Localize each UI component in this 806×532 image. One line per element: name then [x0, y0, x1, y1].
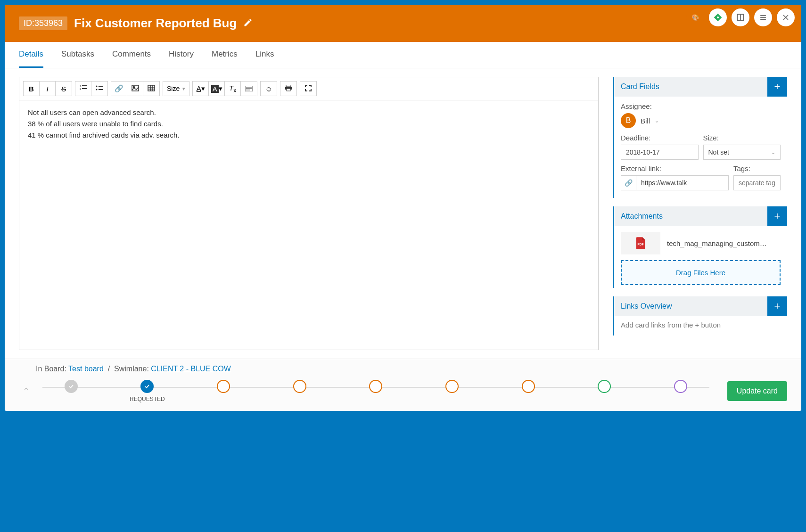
- attachment-item[interactable]: PDF tech_mag_managing_custom…: [621, 232, 781, 254]
- unordered-list-button[interactable]: [91, 82, 107, 96]
- tags-input[interactable]: [733, 175, 781, 190]
- smile-icon: ☺: [265, 85, 272, 93]
- workflow-step[interactable]: [338, 380, 414, 402]
- add-field-button[interactable]: +: [767, 77, 787, 97]
- link-button[interactable]: 🔗: [111, 82, 127, 96]
- strike-icon: S: [61, 85, 66, 93]
- palette-icon: 🎨: [691, 14, 699, 21]
- table-icon: [148, 85, 155, 93]
- deadline-input[interactable]: [621, 145, 699, 160]
- svg-point-12: [96, 85, 98, 87]
- background-color-button[interactable]: A▾: [209, 82, 225, 96]
- editor-content[interactable]: Not all users can open advanced search. …: [19, 100, 598, 350]
- plus-icon: +: [774, 81, 781, 93]
- svg-point-0: [717, 16, 719, 18]
- editor-line: Not all users can open advanced search.: [28, 107, 590, 118]
- svg-text:PDF: PDF: [638, 243, 644, 246]
- rich-text-editor: B I S 12 🔗 Size ▾: [19, 77, 599, 350]
- size-value: Not set: [708, 148, 729, 156]
- card-header: ID:353963 Fix Customer Reported Bug: [5, 5, 801, 42]
- image-icon: [132, 85, 139, 93]
- card-id-badge: ID:353963: [19, 16, 67, 30]
- tab-links[interactable]: Links: [255, 42, 274, 68]
- svg-text:2: 2: [80, 88, 82, 90]
- in-board-label: In Board:: [36, 365, 66, 373]
- workflow-step[interactable]: [185, 380, 262, 402]
- tab-details[interactable]: Details: [19, 42, 43, 68]
- workflow-prev-button[interactable]: ⌃: [19, 386, 33, 396]
- workflow-step[interactable]: [262, 380, 338, 402]
- close-button[interactable]: [777, 8, 795, 26]
- edit-title-icon[interactable]: [243, 18, 253, 29]
- workflow-step-requested[interactable]: REQUESTED: [109, 380, 186, 402]
- svg-rect-29: [287, 89, 290, 91]
- ordered-list-icon: 12: [80, 85, 87, 93]
- theme-button[interactable]: 🎨: [686, 8, 704, 26]
- ordered-list-button[interactable]: 12: [75, 82, 91, 96]
- assignee-selector[interactable]: B Bill ⌄: [621, 113, 781, 128]
- plus-icon: +: [774, 300, 781, 312]
- workflow-step[interactable]: [642, 380, 719, 402]
- font-size-label: Size: [167, 85, 180, 92]
- attachment-thumbnail: PDF: [621, 232, 660, 254]
- card-title: Fix Customer Reported Bug: [74, 16, 237, 31]
- print-button[interactable]: [280, 82, 296, 96]
- external-link-season-input[interactable]: [636, 176, 728, 190]
- body: B I S 12 🔗 Size ▾: [5, 68, 801, 359]
- tab-subtasks[interactable]: Subtasks: [61, 42, 94, 68]
- swimlane-label: Swimlane:: [114, 365, 149, 373]
- workflow-track: REQUESTED: [33, 380, 719, 402]
- italic-button[interactable]: I: [40, 82, 56, 96]
- external-link-input-wrap: 🔗: [621, 175, 729, 190]
- add-attachment-button[interactable]: +: [767, 206, 787, 226]
- clear-format-button[interactable]: Tx: [225, 82, 241, 96]
- text-color-button[interactable]: A▾: [193, 82, 209, 96]
- editor-column: B I S 12 🔗 Size ▾: [19, 77, 599, 350]
- check-icon: [68, 383, 74, 390]
- svg-rect-11: [82, 88, 87, 89]
- editor-toolbar: B I S 12 🔗 Size ▾: [19, 77, 598, 100]
- image-button[interactable]: [127, 82, 143, 96]
- fullscreen-button[interactable]: [300, 82, 316, 96]
- sidebar: Card Fields + Assignee: B Bill ⌄ Deadlin…: [613, 77, 787, 350]
- update-card-button[interactable]: Update card: [727, 381, 787, 401]
- card-fields-title: Card Fields: [614, 77, 666, 97]
- board-link[interactable]: Test board: [68, 365, 104, 373]
- size-select[interactable]: Not set ⌄: [703, 145, 781, 160]
- tab-metrics[interactable]: Metrics: [212, 42, 238, 68]
- svg-rect-27: [286, 85, 291, 87]
- menu-icon: [758, 13, 768, 22]
- layout-icon: [736, 13, 745, 22]
- workflow-step-label: REQUESTED: [130, 396, 165, 402]
- pdf-icon: PDF: [635, 237, 646, 249]
- links-overview-panel: Links Overview + Add card links from the…: [613, 296, 787, 336]
- top-action-circles: 🎨: [686, 8, 795, 26]
- workflow-row: ⌃ REQUESTED Update card: [19, 380, 787, 402]
- links-overview-title: Links Overview: [614, 296, 678, 316]
- close-icon: [781, 13, 790, 22]
- swimlane-link[interactable]: CLIENT 2 - BLUE COW: [151, 365, 231, 373]
- code-block-button[interactable]: [241, 82, 257, 96]
- emoji-button[interactable]: ☺: [261, 82, 277, 96]
- attachments-panel: Attachments + PDF tech_mag_managing_cust…: [613, 206, 787, 288]
- deadline-label: Deadline:: [621, 134, 699, 142]
- table-button[interactable]: [143, 82, 159, 96]
- diamond-button[interactable]: [709, 8, 727, 26]
- tab-comments[interactable]: Comments: [112, 42, 151, 68]
- check-icon: [144, 383, 150, 390]
- file-dropzone[interactable]: Drag Files Here: [621, 260, 781, 285]
- workflow-step[interactable]: [414, 380, 490, 402]
- font-size-select[interactable]: Size ▾: [163, 81, 189, 96]
- menu-button[interactable]: [754, 8, 772, 26]
- add-link-button[interactable]: +: [767, 296, 787, 316]
- workflow-step[interactable]: [566, 380, 642, 402]
- strike-button[interactable]: S: [56, 82, 72, 96]
- workflow-step[interactable]: [490, 380, 567, 402]
- layout-button[interactable]: [732, 8, 749, 26]
- tab-history[interactable]: History: [169, 42, 194, 68]
- workflow-step-done[interactable]: [33, 380, 109, 402]
- bold-button[interactable]: B: [24, 82, 40, 96]
- size-label: Size:: [703, 134, 781, 142]
- tags-label: Tags:: [733, 164, 781, 172]
- text-color-icon: A▾: [197, 84, 205, 93]
